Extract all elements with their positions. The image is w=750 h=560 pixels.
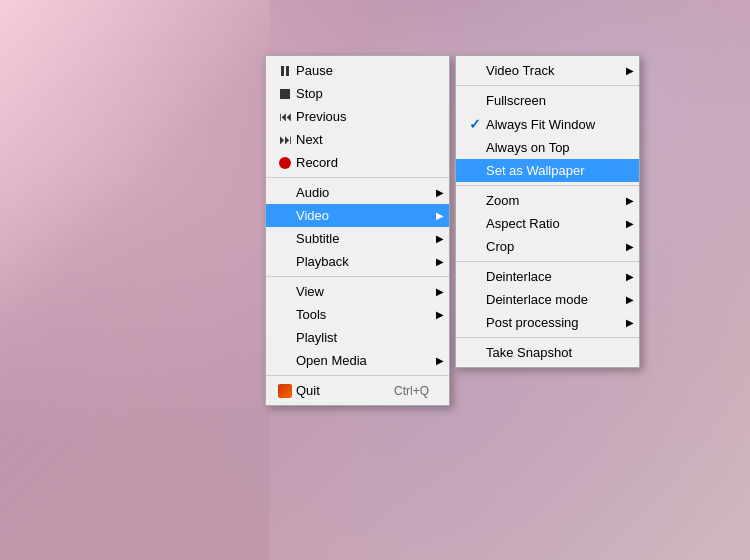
separator-2 (266, 276, 449, 277)
sub-postprocessing-label: Post processing (486, 315, 619, 330)
sub-alwaysontop-label: Always on Top (486, 140, 619, 155)
sub-aspectratio-label: Aspect Ratio (486, 216, 619, 231)
sub-separator-4 (456, 337, 639, 338)
menu-view[interactable]: View ▶ (266, 280, 449, 303)
sub-deinterlace[interactable]: Deinterlace ▶ (456, 265, 639, 288)
menu-view-label: View (296, 284, 429, 299)
sub-zoom-label: Zoom (486, 193, 619, 208)
menu-playlist-label: Playlist (296, 330, 429, 345)
menu-subtitle[interactable]: Subtitle ▶ (266, 227, 449, 250)
menu-playlist[interactable]: Playlist (266, 326, 449, 349)
next-icon: ⏭ (274, 132, 296, 147)
main-context-menu: Pause Stop ⏮ Previous ⏭ Next Record Audi… (265, 55, 450, 406)
menu-openmedia-label: Open Media (296, 353, 429, 368)
video-arrow: ▶ (436, 210, 444, 221)
deinterlacemode-arrow: ▶ (626, 294, 634, 305)
menu-next[interactable]: ⏭ Next (266, 128, 449, 151)
sub-postprocessing[interactable]: Post processing ▶ (456, 311, 639, 334)
menu-previous[interactable]: ⏮ Previous (266, 105, 449, 128)
sub-deinterlacemode-label: Deinterlace mode (486, 292, 619, 307)
menu-record[interactable]: Record (266, 151, 449, 174)
menu-stop-label: Stop (296, 86, 429, 101)
playback-arrow: ▶ (436, 256, 444, 267)
menu-tools[interactable]: Tools ▶ (266, 303, 449, 326)
menu-previous-label: Previous (296, 109, 429, 124)
sub-deinterlacemode[interactable]: Deinterlace mode ▶ (456, 288, 639, 311)
subtitle-arrow: ▶ (436, 233, 444, 244)
sub-separator-1 (456, 85, 639, 86)
sub-aspectratio[interactable]: Aspect Ratio ▶ (456, 212, 639, 235)
tools-arrow: ▶ (436, 309, 444, 320)
sub-takesnapshot[interactable]: Take Snapshot (456, 341, 639, 364)
sub-alwaysontop[interactable]: Always on Top (456, 136, 639, 159)
menu-openmedia[interactable]: Open Media ▶ (266, 349, 449, 372)
sub-fullscreen-label: Fullscreen (486, 93, 619, 108)
openmedia-arrow: ▶ (436, 355, 444, 366)
deinterlace-arrow: ▶ (626, 271, 634, 282)
sub-context-menu: Video Track ▶ Fullscreen ✓ Always Fit Wi… (455, 55, 640, 368)
stop-icon (274, 89, 296, 99)
menu-stop[interactable]: Stop (266, 82, 449, 105)
menu-pause-label: Pause (296, 63, 429, 78)
menu-subtitle-label: Subtitle (296, 231, 429, 246)
sub-videotrack[interactable]: Video Track ▶ (456, 59, 639, 82)
separator-1 (266, 177, 449, 178)
menu-audio-label: Audio (296, 185, 429, 200)
menu-playback[interactable]: Playback ▶ (266, 250, 449, 273)
menu-playback-label: Playback (296, 254, 429, 269)
sub-crop-label: Crop (486, 239, 619, 254)
menu-quit-shortcut: Ctrl+Q (394, 384, 429, 398)
quit-icon (274, 384, 296, 398)
prev-icon: ⏮ (274, 109, 296, 124)
sub-deinterlace-label: Deinterlace (486, 269, 619, 284)
sub-alwaysfit[interactable]: ✓ Always Fit Window (456, 112, 639, 136)
sub-crop[interactable]: Crop ▶ (456, 235, 639, 258)
menu-quit[interactable]: Quit Ctrl+Q (266, 379, 449, 402)
menu-audio[interactable]: Audio ▶ (266, 181, 449, 204)
sub-alwaysfit-label: Always Fit Window (486, 117, 619, 132)
postprocessing-arrow: ▶ (626, 317, 634, 328)
alwaysfit-check: ✓ (464, 116, 486, 132)
aspectratio-arrow: ▶ (626, 218, 634, 229)
zoom-arrow: ▶ (626, 195, 634, 206)
sub-fullscreen[interactable]: Fullscreen (456, 89, 639, 112)
pause-icon (274, 66, 296, 76)
menu-tools-label: Tools (296, 307, 429, 322)
menu-next-label: Next (296, 132, 429, 147)
sub-takesnapshot-label: Take Snapshot (486, 345, 619, 360)
sub-zoom[interactable]: Zoom ▶ (456, 189, 639, 212)
menu-quit-label: Quit (296, 383, 374, 398)
menu-video-label: Video (296, 208, 429, 223)
crop-arrow: ▶ (626, 241, 634, 252)
sub-setwallpaper-label: Set as Wallpaper (486, 163, 619, 178)
sub-setwallpaper[interactable]: Set as Wallpaper (456, 159, 639, 182)
menu-record-label: Record (296, 155, 429, 170)
audio-arrow: ▶ (436, 187, 444, 198)
sub-separator-3 (456, 261, 639, 262)
menu-pause[interactable]: Pause (266, 59, 449, 82)
view-arrow: ▶ (436, 286, 444, 297)
sub-separator-2 (456, 185, 639, 186)
videotrack-arrow: ▶ (626, 65, 634, 76)
record-icon (274, 157, 296, 169)
separator-3 (266, 375, 449, 376)
menu-video[interactable]: Video ▶ (266, 204, 449, 227)
sub-videotrack-label: Video Track (486, 63, 619, 78)
